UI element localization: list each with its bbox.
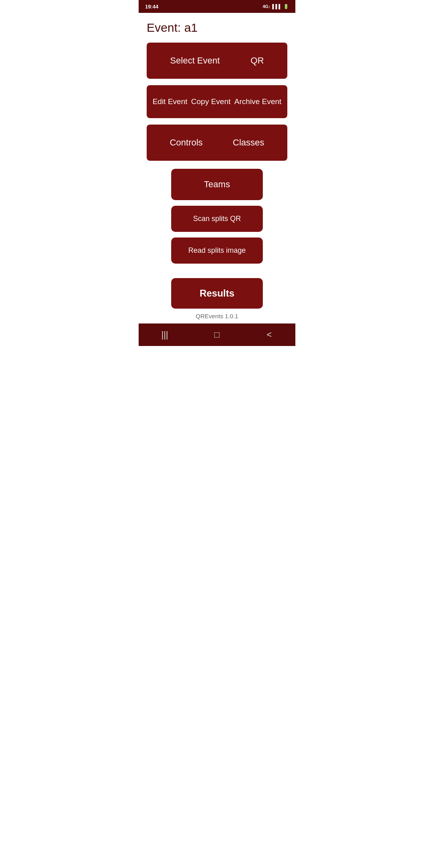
controls-classes-row[interactable]: Controls Classes <box>147 125 287 161</box>
teams-label: Teams <box>204 179 230 189</box>
menu-icon: ||| <box>161 330 168 340</box>
archive-event-label: Archive Event <box>234 97 281 106</box>
centered-button-group: Teams Scan splits QR Read splits image <box>147 169 287 264</box>
version-text: QREvents 1.0.1 <box>196 313 238 319</box>
nav-back-button[interactable]: < <box>261 329 277 341</box>
results-button[interactable]: Results <box>171 278 263 309</box>
copy-event-label: Copy Event <box>191 97 231 106</box>
page-title: Event: a1 <box>147 21 287 35</box>
status-bar: 19:44 4G↕ ▌▌▌ 🔋 <box>139 0 295 13</box>
battery-icon: 🔋 <box>283 4 289 9</box>
controls-label: Controls <box>170 137 203 148</box>
signal-icon: ▌▌▌ <box>272 4 282 9</box>
nav-home-button[interactable]: □ <box>209 329 225 341</box>
read-splits-image-button[interactable]: Read splits image <box>171 237 263 264</box>
main-content: Event: a1 Select Event QR Edit Event Cop… <box>139 13 295 323</box>
select-event-qr-row[interactable]: Select Event QR <box>147 43 287 79</box>
qr-label: QR <box>251 55 264 66</box>
event-actions-row[interactable]: Edit Event Copy Event Archive Event <box>147 85 287 118</box>
back-icon: < <box>267 330 272 340</box>
read-splits-image-label: Read splits image <box>188 246 246 254</box>
network-icon: 4G↕ <box>262 4 270 9</box>
scan-splits-qr-label: Scan splits QR <box>193 215 241 223</box>
edit-event-label: Edit Event <box>153 97 188 106</box>
status-icons: 4G↕ ▌▌▌ 🔋 <box>262 4 289 9</box>
classes-label: Classes <box>233 137 264 148</box>
scan-splits-qr-button[interactable]: Scan splits QR <box>171 206 263 232</box>
home-icon: □ <box>214 330 219 340</box>
time-display: 19:44 <box>145 4 158 10</box>
results-label: Results <box>200 288 235 299</box>
nav-bar: ||| □ < <box>139 323 295 346</box>
bottom-section: Results QREvents 1.0.1 <box>147 278 287 319</box>
nav-menu-button[interactable]: ||| <box>157 329 173 341</box>
teams-button[interactable]: Teams <box>171 169 263 200</box>
select-event-label: Select Event <box>170 55 220 66</box>
